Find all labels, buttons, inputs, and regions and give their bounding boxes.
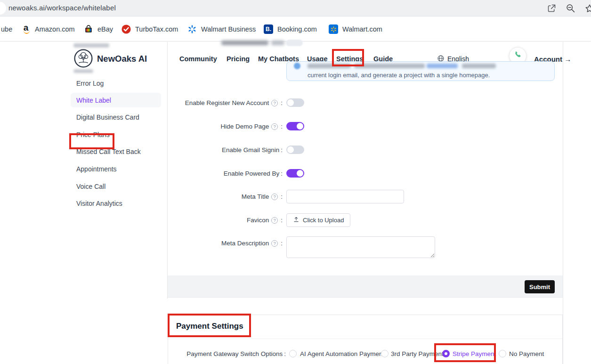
bookmarks-bar: ube a Amazon.com eBay TurboTax.com Walma…: [0, 17, 591, 41]
bookmark-label: Walmart Business: [201, 25, 256, 33]
bookmark-label: ube: [1, 25, 12, 33]
info-banner: current login email, and generate a proj…: [286, 61, 555, 81]
toggle-enable-gmail-signin[interactable]: [286, 146, 304, 154]
toggle-knob: [287, 99, 294, 106]
sidebar-item-error-log[interactable]: Error Log: [76, 80, 104, 87]
favicon-upload-button[interactable]: Click to Upload: [286, 213, 350, 227]
bookmark-label: Walmart.com: [342, 25, 382, 33]
radio-label-stripe-payment[interactable]: Stripe Payment: [453, 350, 496, 357]
radio-no-payment[interactable]: [499, 350, 506, 357]
toggle-hide-demo-page[interactable]: [286, 122, 304, 130]
label-favicon: Favicon?:: [154, 217, 283, 224]
turbotax-check-icon: [121, 24, 131, 34]
sidebar-item-price-plans[interactable]: Price Plans: [76, 131, 110, 138]
divider: [168, 339, 562, 339]
toggle-enable-powered-by[interactable]: [286, 169, 304, 178]
toggle-knob: [287, 146, 294, 153]
radio-3rd-party-payment[interactable]: [381, 350, 389, 357]
help-icon[interactable]: ?: [271, 240, 278, 247]
help-icon[interactable]: ?: [271, 217, 278, 224]
newoaks-logo: [73, 49, 93, 68]
share-icon[interactable]: [547, 3, 557, 13]
sidebar-item-white-label[interactable]: White Label: [76, 97, 111, 104]
toggle-knob: [297, 123, 303, 129]
bookmark-label: Booking.com: [277, 25, 317, 33]
meta-title-input[interactable]: [286, 190, 404, 203]
brand-name: NewOaks AI: [97, 54, 147, 64]
redacted-text: [462, 64, 496, 68]
payment-settings-title: Payment Settings: [176, 322, 243, 331]
amazon-icon: a: [21, 24, 31, 34]
radio-ai-agent-automation-payment[interactable]: [289, 350, 297, 357]
zoom-out-icon[interactable]: [566, 3, 575, 13]
help-icon[interactable]: ?: [271, 194, 278, 200]
sidebar-item-digital-business-card[interactable]: Digital Business Card: [76, 113, 139, 121]
walmart-square-spark-icon: [329, 24, 338, 34]
content-right-border: [563, 42, 563, 364]
sidebar-item-visitor-analytics[interactable]: Visitor Analytics: [76, 200, 122, 207]
bookmark-label: TurboTax.com: [135, 25, 178, 33]
bookmark-amazon[interactable]: a Amazon.com: [21, 17, 75, 41]
bookmark-youtube[interactable]: ube: [1, 17, 12, 41]
redacted-text: [73, 43, 109, 48]
partial-toggle: [286, 40, 303, 46]
redacted-text: [354, 64, 425, 68]
redacted-text: [221, 40, 268, 45]
radio-label-3rd-party-payment[interactable]: 3rd Party Payment: [391, 350, 444, 357]
radio-stripe-payment[interactable]: [442, 350, 450, 357]
label-enable-powered-by: Enable Powered By:: [154, 170, 283, 177]
upload-button-label: Click to Upload: [303, 217, 344, 224]
label-enable-gmail-signin: Enable Gmail Signin:: [154, 146, 283, 154]
browser-address-bar: newoaks.ai/workspace/whitelabel: [0, 0, 591, 16]
redacted-text: [271, 40, 284, 45]
nav-pricing[interactable]: Pricing: [227, 55, 250, 63]
radio-label-ai-agent-automation-payment[interactable]: AI Agent Automation Payment: [300, 350, 384, 357]
label-enable-register-new-account: Enable Register New Account?:: [154, 99, 283, 106]
ebay-bag-icon: [84, 24, 93, 34]
bookmark-turbotax[interactable]: TurboTax.com: [121, 17, 178, 41]
bookmark-booking[interactable]: B. Booking.com: [264, 17, 317, 41]
app-content: NewOaks AI Error Log White Label Digital…: [0, 42, 591, 364]
toggle-knob: [297, 170, 303, 177]
walmart-spark-icon: [187, 24, 197, 34]
bookmark-walmart[interactable]: Walmart.com: [329, 17, 382, 41]
booking-icon: B.: [264, 24, 273, 34]
help-icon[interactable]: ?: [271, 100, 278, 106]
label-meta-description: Meta Description?:: [154, 240, 283, 247]
bookmark-label: eBay: [97, 25, 113, 33]
info-icon: [294, 63, 300, 69]
meta-description-textarea[interactable]: [286, 236, 435, 258]
sidebar-item-voice-call[interactable]: Voice Call: [76, 183, 105, 190]
redacted-text: [73, 69, 93, 73]
url-text[interactable]: newoaks.ai/workspace/whitelabel: [8, 4, 116, 12]
info-banner-text: current login email, and generate a proj…: [308, 72, 490, 79]
bookmark-label: Amazon.com: [35, 25, 75, 33]
submit-button[interactable]: Submit: [525, 280, 555, 293]
bookmark-ebay[interactable]: eBay: [84, 17, 113, 41]
bookmark-walmart-business[interactable]: Walmart Business: [187, 17, 256, 41]
toggle-enable-register-new-account[interactable]: [286, 98, 304, 107]
site-favicon-partial: [0, 2, 6, 15]
redacted-link: [427, 64, 458, 68]
label-meta-title: Meta Title?:: [154, 193, 283, 200]
redacted-text: [308, 64, 351, 68]
phone-icon: [513, 50, 522, 61]
nav-community[interactable]: Community: [179, 55, 217, 63]
label-hide-demo-page: Hide Demo Page?:: [154, 123, 283, 130]
sidebar-item-missed-call-text-back[interactable]: Missed Call Text Back: [76, 148, 141, 155]
sidebar-item-appointments[interactable]: Appointments: [76, 165, 117, 173]
favorite-star-icon[interactable]: [584, 3, 591, 13]
form-footer: Submit: [168, 275, 563, 298]
radio-label-no-payment[interactable]: No Payment: [509, 350, 544, 357]
upload-icon: [293, 216, 300, 224]
help-icon[interactable]: ?: [271, 123, 278, 130]
label-payment-gateway-options: Payment Gateway Switch Options:: [155, 350, 286, 357]
